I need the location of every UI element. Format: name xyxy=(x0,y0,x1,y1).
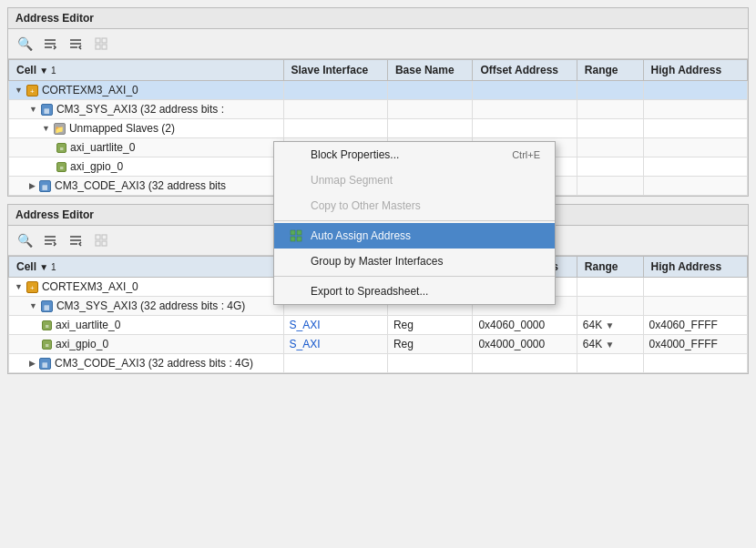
block-props-icon xyxy=(289,147,303,162)
svg-rect-8 xyxy=(96,45,100,49)
top-panel-title: Address Editor xyxy=(8,8,748,29)
expand-arrow[interactable]: ▼ xyxy=(42,124,50,133)
col-header-slave: Slave Interface xyxy=(283,60,387,81)
expand-arrow[interactable]: ▼ xyxy=(29,301,37,310)
export-icon xyxy=(289,284,303,299)
svg-rect-21 xyxy=(102,235,107,239)
col-header-base: Base Name xyxy=(387,60,473,81)
expand-arrow[interactable]: ▼ xyxy=(29,105,37,114)
range-dropdown-arrow[interactable]: ▼ xyxy=(606,340,615,350)
cell-label: CORTEXM3_AXI_0 xyxy=(42,280,138,293)
bottom-expand-button[interactable] xyxy=(65,229,87,251)
ctx-copy-masters: Copy to Other Masters xyxy=(274,193,555,218)
svg-rect-20 xyxy=(96,235,100,239)
top-expand-button[interactable] xyxy=(65,33,87,55)
cell-uartlite-b: ≡ axi_uartlite_0 xyxy=(9,316,284,335)
bottom-collapse-button[interactable] xyxy=(39,229,61,251)
cell-range-gpio: 64K ▼ xyxy=(577,335,643,354)
chip-icon: ▦ xyxy=(39,180,51,192)
col-header-high-b: High Address xyxy=(643,257,747,278)
unmap-icon xyxy=(289,173,303,188)
svg-rect-12 xyxy=(291,237,295,241)
cell-offset-uartlite: 0x4060_0000 xyxy=(473,316,577,335)
chip-icon: ▦ xyxy=(41,300,53,312)
col-header-range-b: Range xyxy=(577,257,643,278)
top-grid-button[interactable] xyxy=(90,33,112,55)
expand-arrow[interactable]: ▼ xyxy=(15,282,23,291)
cell-uartlite: ≡ axi_uartlite_0 xyxy=(9,138,284,157)
top-search-button[interactable]: 🔍 xyxy=(14,33,36,55)
svg-rect-23 xyxy=(102,241,107,246)
cell-label: axi_uartlite_0 xyxy=(70,141,135,154)
svg-rect-11 xyxy=(297,230,301,235)
ctx-shortcut: Ctrl+E xyxy=(512,149,540,160)
col-header-cell-b: Cell ▼ 1 xyxy=(9,257,284,278)
cell-cm3code-b: ▶ ▦ CM3_CODE_AXI3 (32 address bits : 4G) xyxy=(9,354,284,373)
svg-rect-9 xyxy=(102,45,107,49)
table-row[interactable]: ▶ ▦ CM3_CODE_AXI3 (32 address bits : 4G) xyxy=(9,354,748,373)
group-icon xyxy=(289,254,303,269)
cell-cortexm3-b: ▼ + CORTEXM3_AXI_0 xyxy=(9,278,284,297)
cell-slave-uartlite: S_AXI xyxy=(283,316,387,335)
svg-rect-7 xyxy=(102,38,107,43)
range-dropdown-arrow[interactable]: ▼ xyxy=(606,320,615,330)
chip-icon: ≡ xyxy=(42,340,52,350)
table-row[interactable]: ▼ + CORTEXM3_AXI_0 xyxy=(9,81,748,100)
cell-range-uartlite: 64K ▼ xyxy=(577,316,643,335)
svg-rect-13 xyxy=(297,237,301,241)
table-row[interactable]: ≡ axi_gpio_0 S_AXI Reg 0x4000_0000 64K ▼… xyxy=(9,335,748,354)
col-header-cell: Cell ▼ 1 xyxy=(9,60,284,81)
cell-offset-gpio: 0x4000_0000 xyxy=(473,335,577,354)
auto-assign-icon xyxy=(289,228,303,243)
ctx-label: Copy to Other Masters xyxy=(311,199,421,212)
cell-label: CM3_CODE_AXI3 (32 address bits xyxy=(55,179,226,192)
chip-icon: ▦ xyxy=(39,358,51,370)
cell-label: Unmapped Slaves (2) xyxy=(69,122,175,135)
cell-cortexm3: ▼ + CORTEXM3_AXI_0 xyxy=(9,81,284,100)
cell-label: CM3_SYS_AXI3 (32 address bits : xyxy=(56,103,224,116)
cell-unmapped: ▼ 📁 Unmapped Slaves (2) xyxy=(9,119,284,138)
chip-icon: ▦ xyxy=(41,104,53,116)
svg-rect-22 xyxy=(96,241,100,246)
col-header-range: Range xyxy=(577,60,643,81)
cell-base-uartlite: Reg xyxy=(387,316,473,335)
ctx-group-master[interactable]: Group by Master Interfaces xyxy=(274,249,555,274)
chip-icon: ≡ xyxy=(56,143,66,153)
cell-label: CORTEXM3_AXI_0 xyxy=(42,84,138,96)
slave-link[interactable]: S_AXI xyxy=(290,338,321,350)
bottom-grid-button[interactable] xyxy=(90,229,112,251)
chip-icon: ≡ xyxy=(56,162,66,172)
slave-link[interactable]: S_AXI xyxy=(290,319,321,331)
cell-label: CM3_CODE_AXI3 (32 address bits : 4G) xyxy=(55,357,253,370)
ctx-block-properties[interactable]: Block Properties... Ctrl+E xyxy=(274,142,555,167)
ctx-label: Unmap Segment xyxy=(311,174,393,187)
ctx-auto-assign[interactable]: Auto Assign Address xyxy=(274,223,555,249)
cell-slave-gpio: S_AXI xyxy=(283,335,387,354)
expand-arrow[interactable]: ▶ xyxy=(29,359,36,368)
cell-base-gpio: Reg xyxy=(387,335,473,354)
ctx-label: Auto Assign Address xyxy=(311,229,411,242)
bottom-search-button[interactable]: 🔍 xyxy=(14,229,36,251)
cell-high-gpio: 0x4000_FFFF xyxy=(643,335,747,354)
top-collapse-button[interactable] xyxy=(39,33,61,55)
ctx-export[interactable]: Export to Spreadsheet... xyxy=(274,279,555,304)
ctx-separator-2 xyxy=(274,276,555,277)
chip-icon: ≡ xyxy=(42,320,52,330)
table-row[interactable]: ≡ axi_uartlite_0 S_AXI Reg 0x4060_0000 6… xyxy=(9,316,748,335)
cell-cm3sys: ▼ ▦ CM3_SYS_AXI3 (32 address bits : xyxy=(9,100,284,119)
copy-icon xyxy=(289,198,303,213)
ctx-label: Group by Master Interfaces xyxy=(311,255,443,268)
cell-label: axi_gpio_0 xyxy=(70,160,123,173)
col-header-offset: Offset Address xyxy=(473,60,577,81)
table-row[interactable]: ▼ 📁 Unmapped Slaves (2) xyxy=(9,119,748,138)
top-toolbar: 🔍 xyxy=(8,29,748,59)
cell-label: axi_uartlite_0 xyxy=(56,319,120,331)
chip-icon: + xyxy=(26,281,38,293)
cell-gpio: ≡ axi_gpio_0 xyxy=(9,157,284,177)
col-header-high: High Address xyxy=(643,60,747,81)
cell-cm3sys-b: ▼ ▦ CM3_SYS_AXI3 (32 address bits : 4G) xyxy=(9,297,284,316)
expand-arrow[interactable]: ▶ xyxy=(29,181,36,190)
table-row[interactable]: ▼ ▦ CM3_SYS_AXI3 (32 address bits : xyxy=(9,100,748,119)
ctx-label: Export to Spreadsheet... xyxy=(311,285,428,298)
expand-arrow[interactable]: ▼ xyxy=(15,86,23,95)
